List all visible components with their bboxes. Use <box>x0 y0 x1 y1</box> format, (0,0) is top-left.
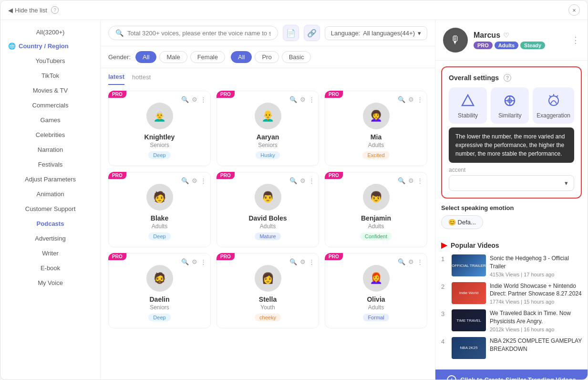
tab-hottest[interactable]: hottest <box>132 74 151 84</box>
voice-name: Olivia <box>367 296 385 303</box>
voice-actions: 🔍 ⚙ ⋮ <box>289 96 315 103</box>
settings-voice-icon[interactable]: ⚙ <box>408 96 414 103</box>
settings-voice-icon[interactable]: ⚙ <box>408 258 414 265</box>
sidebar-item-games[interactable]: Games <box>0 113 100 127</box>
hide-list-button[interactable]: ◀ Hide the list ? <box>8 6 59 14</box>
video-thumbnail: Indie World <box>452 282 486 304</box>
popular-video-item[interactable]: 3 TIME TRAVEL We Traveled Back in Time. … <box>441 309 582 332</box>
voice-card: PRO 🔍 ⚙ ⋮ 👨 David Boles Adults Mature <box>217 172 319 247</box>
more-voice-icon[interactable]: ⋮ <box>417 177 423 184</box>
search-voice-icon[interactable]: 🔍 <box>181 177 189 184</box>
info-icon: ? <box>51 6 59 14</box>
video-info: Sonic the Hedgehog 3 - Official Trailer … <box>490 254 582 277</box>
settings-voice-icon[interactable]: ⚙ <box>192 177 197 184</box>
voice-grid-area: PRO 🔍 ⚙ ⋮ 👨‍🦳 Knightley Seniors Deep PRO… <box>101 85 435 380</box>
voice-name: Mia <box>371 133 382 141</box>
voice-avatar: 🧔 <box>146 265 173 292</box>
popular-video-item[interactable]: 2 Indie World Indie World Showcase + Nin… <box>441 282 582 305</box>
more-options-button[interactable]: ⋮ <box>571 35 580 45</box>
settings-voice-icon[interactable]: ⚙ <box>408 177 414 184</box>
sidebar-item-narration[interactable]: Narration <box>0 142 100 157</box>
emotion-default-button[interactable]: 😊 Defa... <box>441 215 483 229</box>
stability-button[interactable]: Stability <box>449 87 487 124</box>
settings-voice-icon[interactable]: ⚙ <box>300 96 306 103</box>
sidebar-item-customer-support[interactable]: Customer Support <box>0 201 100 216</box>
youtube-icon: ▶ <box>441 241 447 250</box>
sidebar-item-celebrities[interactable]: Celebrities <box>0 127 100 142</box>
voice-card: PRO 🔍 ⚙ ⋮ 👩‍🦱 Mia Adults Excited <box>325 91 427 166</box>
create-trending-button[interactable]: + Click to Create Similar Trending Video… <box>435 369 588 380</box>
voice-card: PRO 🔍 ⚙ ⋮ 🧑 Blake Adults Deep <box>108 172 211 247</box>
voice-name: Knightley <box>144 133 175 141</box>
profile-avatar[interactable]: 🎙 <box>443 28 468 53</box>
voice-age: Adults <box>152 223 167 230</box>
search-voice-icon[interactable]: 🔍 <box>289 96 297 103</box>
settings-voice-icon[interactable]: ⚙ <box>300 177 306 184</box>
document-icon-button[interactable]: 📄 <box>283 25 299 41</box>
search-voice-icon[interactable]: 🔍 <box>398 258 405 265</box>
type-all-button[interactable]: All <box>231 51 252 63</box>
sidebar-item-festivals[interactable]: Festivals <box>0 157 100 172</box>
gender-male-button[interactable]: Male <box>159 51 187 63</box>
similarity-button[interactable]: Similarity <box>491 87 529 124</box>
search-voice-icon[interactable]: 🔍 <box>181 96 189 103</box>
link-icon-button[interactable]: 🔗 <box>304 25 320 41</box>
sidebar-item-movies-tv[interactable]: Movies & TV <box>0 83 100 98</box>
accent-dropdown[interactable]: ▾ <box>449 175 574 191</box>
search-voice-icon[interactable]: 🔍 <box>289 258 297 265</box>
more-voice-icon[interactable]: ⋮ <box>309 177 315 184</box>
sidebar-item-commercials[interactable]: Commercials <box>0 98 100 113</box>
pro-badge: PRO <box>325 172 343 179</box>
sidebar: All(3200+) 🌐 Country / Region YouTubers … <box>0 20 101 380</box>
more-voice-icon[interactable]: ⋮ <box>200 258 206 265</box>
heart-icon[interactable]: ♡ <box>503 32 509 39</box>
search-input[interactable] <box>127 30 271 37</box>
exaggeration-button[interactable]: Exaggeration <box>533 87 574 124</box>
type-basic-button[interactable]: Basic <box>282 51 311 63</box>
language-selector[interactable]: Language: All languages(44+) ▾ <box>325 26 427 40</box>
sidebar-item-podcasts[interactable]: Podcasts <box>0 216 100 231</box>
search-input-wrap[interactable]: 🔍 <box>108 26 278 40</box>
more-voice-icon[interactable]: ⋮ <box>309 258 315 265</box>
pro-badge: PRO <box>108 91 126 98</box>
more-voice-icon[interactable]: ⋮ <box>200 177 206 184</box>
sidebar-item-ebook[interactable]: E-book <box>0 261 100 275</box>
settings-voice-icon[interactable]: ⚙ <box>300 258 306 265</box>
sidebar-item-advertising[interactable]: Advertising <box>0 231 100 246</box>
gender-female-button[interactable]: Female <box>190 51 225 63</box>
voice-age: Adults <box>368 223 384 230</box>
settings-icons-row: Stability Similarity <box>449 87 574 124</box>
create-trending-label: Click to Create Similar Trending Videos <box>460 376 576 380</box>
video-info: NBA 2K25 COMPLETE GAMEPLAY BREAKDOWN <box>490 337 582 354</box>
popular-video-item[interactable]: 4 NBA 2K25 NBA 2K25 COMPLETE GAMEPLAY BR… <box>441 337 582 359</box>
video-title: We Traveled Back in Time. Now Physicists… <box>490 309 582 326</box>
sidebar-item-youtubers[interactable]: YouTubers <box>0 53 100 68</box>
popular-video-item[interactable]: 1 OFFICIAL TRAILER Sonic the Hedgehog 3 … <box>441 254 582 277</box>
sidebar-item-writer[interactable]: Writer <box>0 246 100 261</box>
pro-badge: PRO <box>108 253 126 260</box>
sidebar-item-animation[interactable]: Animation <box>0 187 100 201</box>
more-voice-icon[interactable]: ⋮ <box>417 258 423 265</box>
video-title: Sonic the Hedgehog 3 - Official Trailer <box>490 254 582 271</box>
more-voice-icon[interactable]: ⋮ <box>200 96 206 103</box>
sidebar-country-region[interactable]: 🌐 Country / Region <box>0 39 100 53</box>
close-button[interactable]: × <box>568 4 580 16</box>
type-pro-button[interactable]: Pro <box>255 51 279 63</box>
settings-voice-icon[interactable]: ⚙ <box>192 96 197 103</box>
voice-avatar: 👨‍🦲 <box>255 103 281 129</box>
search-voice-icon[interactable]: 🔍 <box>289 177 297 184</box>
pro-badge: PRO <box>325 253 343 260</box>
sidebar-item-adjust-parameters[interactable]: Adjust Parameters <box>0 172 100 187</box>
sidebar-item-tiktok[interactable]: TikTok <box>0 68 100 83</box>
gender-all-button[interactable]: All <box>135 51 156 63</box>
settings-voice-icon[interactable]: ⚙ <box>192 258 197 265</box>
more-voice-icon[interactable]: ⋮ <box>417 96 423 103</box>
sidebar-item-my-voice[interactable]: My Voice <box>0 275 100 290</box>
tab-latest[interactable]: latest <box>108 73 124 85</box>
search-voice-icon[interactable]: 🔍 <box>398 96 405 103</box>
more-voice-icon[interactable]: ⋮ <box>309 96 315 103</box>
pro-badge: PRO <box>217 253 235 260</box>
search-voice-icon[interactable]: 🔍 <box>398 177 405 184</box>
sidebar-item-all[interactable]: All(3200+) <box>0 26 100 39</box>
search-voice-icon[interactable]: 🔍 <box>181 258 189 265</box>
